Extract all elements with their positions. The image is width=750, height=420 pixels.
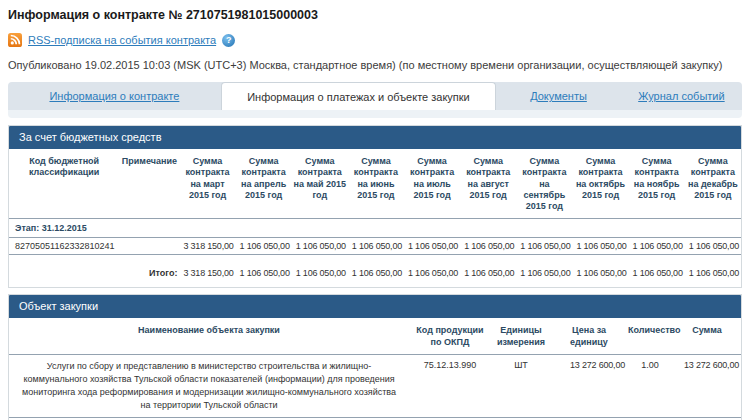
help-icon[interactable]: ?	[222, 34, 235, 47]
stage-row: Этап: 31.12.2015	[9, 219, 741, 238]
tab-bar: Информация о контракте Информация о плат…	[8, 82, 742, 118]
object-section-title: Объект закупки	[9, 295, 741, 318]
object-name-cell: Услуги по сбору и представлению в минист…	[9, 354, 409, 417]
col-sum-october: Сумма контракта на октябрь 2015 год	[572, 149, 628, 219]
budget-data-row: 82705051162332810241 3 318 150,00 1 106 …	[9, 238, 741, 255]
okpd-code-cell: 75.12.13.990	[409, 354, 491, 417]
col-sum-september: Сумма контракта на сентябрь 2015 год	[516, 149, 572, 219]
col-sum: Сумма	[673, 318, 741, 354]
quantity-cell: 1.00	[627, 354, 673, 417]
budget-code-cell: 82705051162332810241	[9, 238, 119, 255]
col-unit-price: Цена за единицу	[551, 318, 627, 354]
total-september-cell: 1 106 050,00	[516, 255, 572, 288]
sum-cell: 13 272 600,00	[673, 354, 741, 417]
page-title: Информация о контракте № 271075198101500…	[8, 8, 742, 22]
tab-documents-label[interactable]: Документы	[530, 90, 587, 102]
tab-events-journal[interactable]: Журнал событий	[621, 82, 742, 110]
tab-payments-active[interactable]: Информация о платежах и объекте закупки	[221, 82, 496, 110]
sum-april-cell: 1 106 050,00	[236, 238, 292, 255]
col-note: Примечание	[119, 149, 179, 219]
sum-october-cell: 1 106 050,00	[572, 238, 628, 255]
total-december-cell: 1 106 050,00	[685, 255, 741, 288]
col-sum-december: Сумма контракта на декабрь 2015 год	[685, 149, 741, 219]
col-budget-code: Код бюджетной классификации	[9, 149, 119, 219]
col-units: Единицы измерения	[491, 318, 551, 354]
budget-total-label: Итого:	[9, 255, 179, 288]
budget-section-title: За счет бюджетных средств	[9, 126, 741, 149]
tab-documents[interactable]: Документы	[496, 82, 621, 110]
units-cell: ШТ	[491, 354, 551, 417]
total-april-cell: 1 106 050,00	[236, 255, 292, 288]
sum-september-cell: 1 106 050,00	[516, 238, 572, 255]
col-sum-june: Сумма контракта на июнь 2015 год	[348, 149, 404, 219]
col-sum-may: Сумма контракта на май 2015 год	[292, 149, 348, 219]
sum-may-cell: 1 106 050,00	[292, 238, 348, 255]
total-october-cell: 1 106 050,00	[572, 255, 628, 288]
total-july-cell: 1 106 050,00	[404, 255, 460, 288]
purchase-object-panel: Объект закупки Наименование объекта заку…	[8, 294, 742, 420]
col-sum-july: Сумма контракта на июль 2015 год	[404, 149, 460, 219]
col-sum-april: Сумма контракта на апрель 2015 год	[236, 149, 292, 219]
tab-events-journal-label[interactable]: Журнал событий	[638, 90, 724, 102]
sum-august-cell: 1 106 050,00	[460, 238, 516, 255]
budget-funds-panel: За счет бюджетных средств Код бюджетной …	[8, 125, 742, 288]
stage-label: Этап: 31.12.2015	[9, 219, 741, 238]
rss-subscription-link[interactable]: RSS-подписка на события контракта	[28, 34, 216, 46]
object-header-row: Наименование объекта закупки Код продукц…	[9, 318, 741, 354]
tabs-row: Информация о контракте Информация о плат…	[8, 82, 742, 110]
col-quantity: Количество	[627, 318, 673, 354]
sum-july-cell: 1 106 050,00	[404, 238, 460, 255]
total-june-cell: 1 106 050,00	[348, 255, 404, 288]
col-sum-march: Сумма контракта на март 2015 год	[179, 149, 235, 219]
tab-contract-info-label[interactable]: Информация о контракте	[49, 90, 179, 102]
col-sum-november: Сумма контракта на ноябрь 2015 год	[629, 149, 685, 219]
sum-december-cell: 1 106 050,00	[685, 238, 741, 255]
sum-june-cell: 1 106 050,00	[348, 238, 404, 255]
rss-row: RSS-подписка на события контракта ?	[8, 33, 742, 47]
total-august-cell: 1 106 050,00	[460, 255, 516, 288]
total-november-cell: 1 106 050,00	[629, 255, 685, 288]
tab-bar-bottom-strip	[8, 110, 742, 118]
sum-november-cell: 1 106 050,00	[629, 238, 685, 255]
col-sum-august: Сумма контракта на август 2015 год	[460, 149, 516, 219]
unit-price-cell: 13 272 600,00	[551, 354, 627, 417]
object-data-row: Услуги по сбору и представлению в минист…	[9, 354, 741, 417]
total-march-cell: 3 318 150,00	[179, 255, 235, 288]
page: Информация о контракте № 271075198101500…	[0, 0, 750, 420]
budget-header-row: Код бюджетной классификации Примечание С…	[9, 149, 741, 219]
note-cell	[119, 238, 179, 255]
budget-table: Код бюджетной классификации Примечание С…	[9, 149, 741, 287]
col-object-name: Наименование объекта закупки	[9, 318, 409, 354]
tab-contract-info[interactable]: Информация о контракте	[8, 82, 221, 110]
col-okpd-code: Код продукции по ОКПД	[409, 318, 491, 354]
published-timestamp: Опубликовано 19.02.2015 10:03 (MSK (UTC+…	[8, 59, 742, 71]
purchase-object-table: Наименование объекта закупки Код продукц…	[9, 318, 741, 420]
total-may-cell: 1 106 050,00	[292, 255, 348, 288]
rss-icon	[8, 33, 22, 47]
budget-totals-row: Итого: 3 318 150,00 1 106 050,00 1 106 0…	[9, 255, 741, 288]
sum-march-cell: 3 318 150,00	[179, 238, 235, 255]
